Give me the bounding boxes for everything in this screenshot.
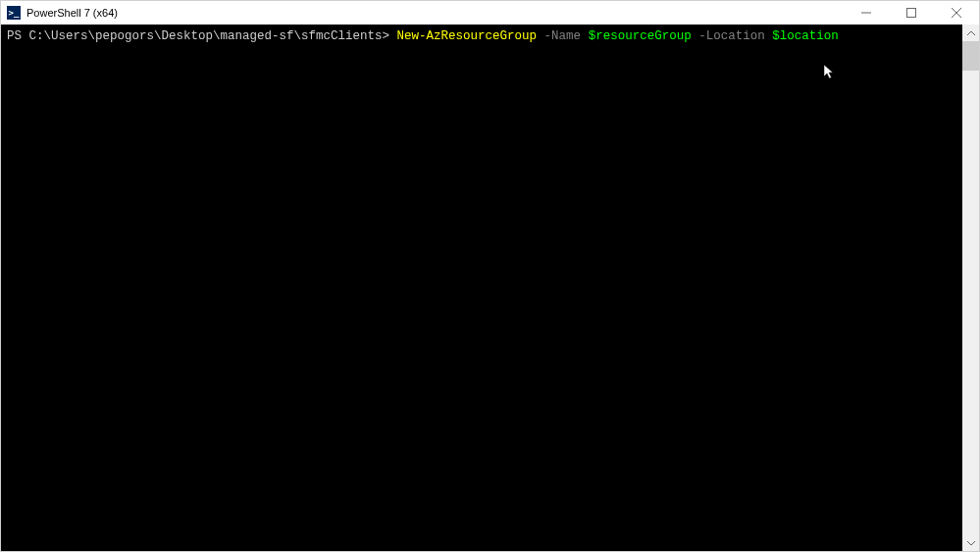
powershell-window: >_ PowerShell 7 (x64) PS C:\ — [0, 0, 980, 552]
chevron-up-icon — [967, 31, 975, 35]
command-cmdlet: New-AzResourceGroup — [397, 29, 538, 43]
maximize-button[interactable] — [889, 1, 934, 25]
title-bar-left: >_ PowerShell 7 (x64) — [7, 6, 118, 20]
chevron-down-icon — [967, 541, 975, 545]
scroll-down-button[interactable] — [962, 534, 979, 551]
minimize-button[interactable] — [844, 1, 889, 25]
title-bar[interactable]: >_ PowerShell 7 (x64) — [1, 1, 979, 25]
scroll-up-button[interactable] — [962, 25, 979, 41]
svg-rect-1 — [907, 9, 916, 18]
terminal[interactable]: PS C:\Users\pepogors\Desktop\managed-sf\… — [1, 25, 962, 551]
terminal-container: PS C:\Users\pepogors\Desktop\managed-sf\… — [1, 25, 979, 551]
window-title: PowerShell 7 (x64) — [26, 7, 118, 19]
close-icon — [952, 8, 961, 18]
scroll-thumb[interactable] — [962, 41, 979, 71]
powershell-icon: >_ — [7, 6, 21, 20]
terminal-prompt: PS C:\Users\pepogors\Desktop\managed-sf\… — [7, 29, 397, 43]
maximize-icon — [906, 8, 916, 18]
scroll-track[interactable] — [962, 41, 979, 534]
command-variable-location: $location — [772, 29, 839, 43]
close-button[interactable] — [934, 1, 979, 25]
scrollbar[interactable] — [962, 25, 979, 551]
window-controls — [844, 1, 979, 25]
command-param-name: -Name — [537, 29, 589, 43]
command-variable-resourcegroup: $resourceGroup — [589, 29, 692, 43]
command-param-location: -Location — [692, 29, 773, 43]
minimize-icon — [861, 8, 871, 18]
